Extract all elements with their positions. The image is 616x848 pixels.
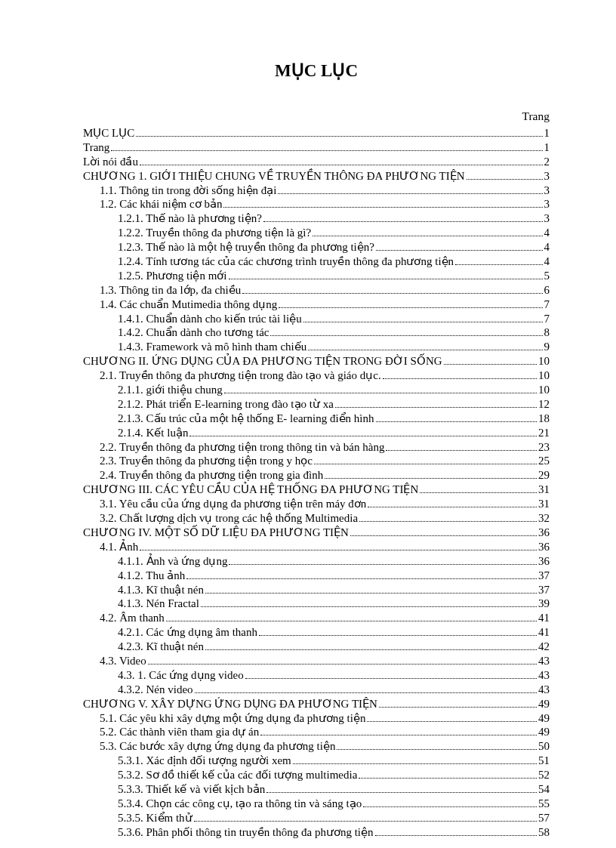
toc-leader [242,293,542,294]
toc-entry-page: 3 [544,183,550,198]
toc-entry-page: 23 [538,440,550,455]
toc-entry-page: 54 [538,782,550,797]
toc-leader [359,521,537,522]
toc-entry-label: 2.1.3. Cấu trúc của một hệ thống E- lear… [118,412,374,426]
toc-entry-page: 51 [538,754,550,768]
toc-entry: 3.2. Chất lượng dịch vụ trong các hệ thố… [100,511,550,526]
toc-entry-page: 31 [538,483,550,497]
toc-leader [293,763,537,764]
toc-entry-page: 36 [538,540,550,554]
toc-entry: 2.1.2. Phát triển E-learning trong đào t… [118,397,550,412]
toc-entry-page: 1 [544,126,550,140]
toc-entry-page: 4 [544,240,550,254]
toc-leader [189,436,537,436]
toc-entry-label: CHƯƠNG IV. MỘT SỐ DỮ LIỆU ĐA PHƯƠNG TIỆN [83,526,349,540]
toc-entry-page: 31 [538,497,550,511]
toc-entry-page: 4 [544,254,550,269]
toc-entry-label: 5.3.4. Chọn các công cụ, tạo ra thông ti… [118,797,362,811]
toc-entry: Trang 1 [83,140,550,155]
toc-entry-page: 39 [538,597,550,611]
toc-entry-page: 43 [538,683,550,697]
toc-entry: 4.3.2. Nén video43 [118,683,550,697]
toc-leader [111,150,542,151]
toc-entry-label: 5.3.6. Phân phối thông tin truyền thông … [118,825,374,840]
toc-leader [229,564,537,565]
toc-entry: 5.3.3. Thiết kế và viết kịch bản54 [118,782,550,797]
toc-leader [383,378,537,379]
toc-entry: 4.3. Video 43 [100,654,550,668]
toc-entry-page: 12 [538,397,550,412]
toc-entry: 3.1. Yêu cầu của ứng dụng đa phương tiện… [100,497,550,511]
toc-leader [205,593,537,594]
toc-entry: 5.3.5. Kiểm thử 57 [118,811,550,825]
toc-entry-page: 42 [538,640,550,654]
toc-leader [205,649,537,650]
toc-leader [359,778,537,779]
toc-entry-label: 4.1.3. Kĩ thuật nén [118,583,204,597]
toc-entry-label: 4.2.1. Các ứng dụng âm thanh [118,625,257,640]
toc-entry: 2.2. Truyền thông đa phương tiện trong t… [100,440,550,455]
toc-entry-label: 1.2.5. Phương tiện mới [118,269,227,283]
toc-entry: 4.1.2. Thu ảnh 37 [118,569,550,583]
toc-entry-page: 9 [544,340,550,354]
toc-leader [375,835,537,836]
toc-entry-page: 49 [538,697,550,711]
toc-entry-page: 25 [538,454,550,468]
toc-leader [278,193,542,194]
toc-entry: CHƯƠNG IV. MỘT SỐ DỮ LIỆU ĐA PHƯƠNG TIỆN… [83,526,550,540]
toc-entry: 5.3.2. Sơ đồ thiết kế của các đối tượng … [118,768,550,782]
toc-entry: 1.2.1. Thế nào là phương tiện? 3 [118,211,550,226]
toc-entry-label: 2.1.1. giới thiệu chung [118,383,223,397]
toc-leader [350,535,537,536]
toc-leader [379,707,537,708]
toc-entry: CHƯƠNG V. XÂY DỰNG ỨNG DỤNG ĐA PHƯƠNG TI… [83,697,550,711]
toc-entry-page: 50 [538,739,550,754]
toc-entry: 1.2.5. Phương tiện mới 5 [118,269,550,283]
toc-entry: 1.2.3. Thế nào là một hệ truyền thông đa… [118,240,550,254]
toc-entry: 4.1.1. Ảnh và ứng dụng 36 [118,554,550,569]
toc-entry-label: 2.1.4. Kết luận [118,426,188,440]
toc-entry: 2.1. Truyền thông đa phương tiện trong đ… [100,368,550,383]
toc-entry-page: 57 [538,811,550,825]
toc-leader [224,393,537,393]
toc-entry: CHƯƠNG 1. GIỚI THIỆU CHUNG VỀ TRUYỀN THÔ… [83,169,550,183]
toc-entry-label: 1.4. Các chuẩn Mutimedia thông dụng [100,298,277,312]
toc-entry-page: 29 [538,468,550,483]
toc-entry-label: 3.1. Yêu cầu của ứng dụng đa phương tiện… [100,497,366,511]
toc-leader [386,450,537,451]
toc-leader [195,692,537,693]
toc-entry-label: Trang [83,140,109,155]
toc-leader [363,806,537,807]
toc-leader [266,792,537,793]
toc-entry-page: 8 [544,325,550,340]
toc-entry-page: 10 [538,354,550,368]
toc-leader [148,664,537,665]
toc-leader [444,364,537,365]
toc-entry-page: 36 [538,526,550,540]
toc-entry: 4.2.3. Kĩ thuật nén 42 [118,640,550,654]
toc-entry-label: 4.3. Video [100,654,146,668]
toc-entry-page: 52 [538,768,550,782]
toc-entry-page: 7 [544,312,550,326]
toc-leader [325,478,537,479]
toc-entry-label: 3.2. Chất lượng dịch vụ trong các hệ thố… [100,511,358,526]
toc-entry-page: 41 [538,611,550,625]
toc-entry-page: 55 [538,797,550,811]
toc-entry-label: 4.2.3. Kĩ thuật nén [118,640,204,654]
toc-entry: 4.1. Ảnh 36 [100,540,550,554]
toc-entry-label: 5.1. Các yêu khi xây dựng một ứng dụng đ… [100,711,365,726]
toc-entry-label: CHƯƠNG V. XÂY DỰNG ỨNG DỤNG ĐA PHƯƠNG TI… [83,697,377,711]
toc-entry: Lời nói đầu 2 [83,155,550,169]
toc-entry-page: 2 [544,155,550,169]
toc-entry-label: 2.3. Truyền thông đa phương tiện trong y… [100,454,313,468]
toc-entry-page: 21 [538,426,550,440]
toc-entry: 2.3. Truyền thông đa phương tiện trong y… [100,454,550,468]
toc-entry: 2.4. Truyền thông đa phương tiện trong g… [100,468,550,483]
toc-entry-label: 1.4.3. Framework và mô hình tham chiếu [118,340,306,354]
toc-leader [140,550,537,550]
toc-entry: 1.4.2. Chuẩn dành cho tương tác 8 [118,325,550,340]
toc-entry-label: 5.3.1. Xác định đối tượng người xem [118,754,291,768]
toc-entry-label: 1.2. Các khái niệm cơ bản [100,197,222,211]
toc-leader [194,821,537,822]
toc-leader [313,236,542,236]
